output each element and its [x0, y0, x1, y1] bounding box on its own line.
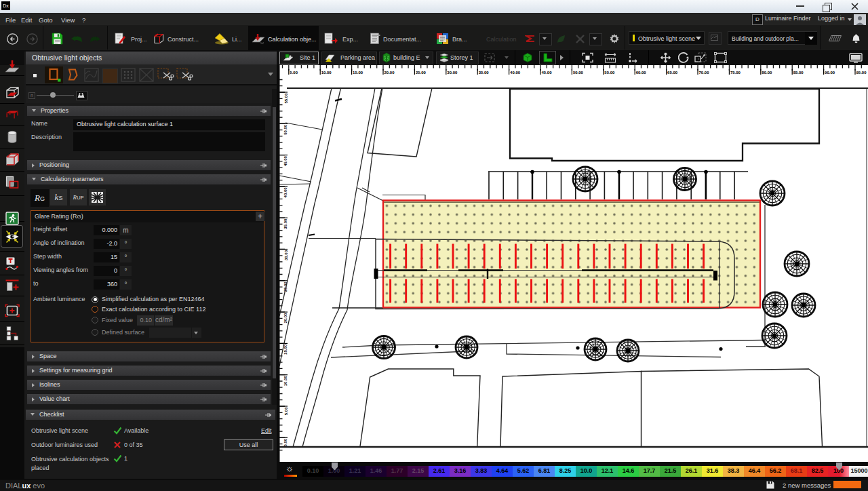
svg-text:30.00: 30.00 — [284, 250, 288, 260]
svg-text:45.00: 45.00 — [542, 71, 553, 75]
svg-text:5.00: 5.00 — [284, 407, 288, 415]
svg-text:25.00: 25.00 — [416, 71, 427, 75]
svg-text:40.00: 40.00 — [284, 187, 288, 198]
svg-text:15.00: 15.00 — [284, 344, 288, 355]
svg-text:10.00: 10.00 — [321, 71, 332, 75]
svg-text:95.00: 95.00 — [856, 71, 867, 75]
svg-text:60.00: 60.00 — [636, 71, 647, 75]
svg-text:40.00: 40.00 — [510, 71, 521, 75]
svg-text:5.00: 5.00 — [290, 71, 298, 75]
svg-text:50.00: 50.00 — [573, 71, 584, 75]
svg-text:55.00: 55.00 — [284, 93, 288, 104]
svg-text:10.00: 10.00 — [284, 376, 288, 387]
svg-text:80.00: 80.00 — [762, 71, 772, 75]
svg-text:35.00: 35.00 — [284, 218, 288, 229]
svg-text:20.00: 20.00 — [284, 313, 288, 323]
svg-text:45.00: 45.00 — [284, 155, 288, 166]
svg-text:65.00: 65.00 — [667, 71, 678, 75]
svg-text:35.00: 35.00 — [479, 71, 490, 75]
svg-text:20.00: 20.00 — [384, 71, 395, 75]
svg-text:0.00: 0.00 — [284, 438, 288, 446]
svg-text:90.00: 90.00 — [825, 71, 835, 75]
svg-text:50.00: 50.00 — [284, 124, 288, 135]
svg-text:30.00: 30.00 — [447, 71, 458, 75]
svg-text:55.00: 55.00 — [604, 71, 615, 75]
svg-text:15.00: 15.00 — [353, 71, 363, 75]
svg-text:70.00: 70.00 — [699, 71, 710, 75]
svg-text:85.00: 85.00 — [793, 71, 804, 75]
svg-text:75.00: 75.00 — [730, 71, 741, 75]
